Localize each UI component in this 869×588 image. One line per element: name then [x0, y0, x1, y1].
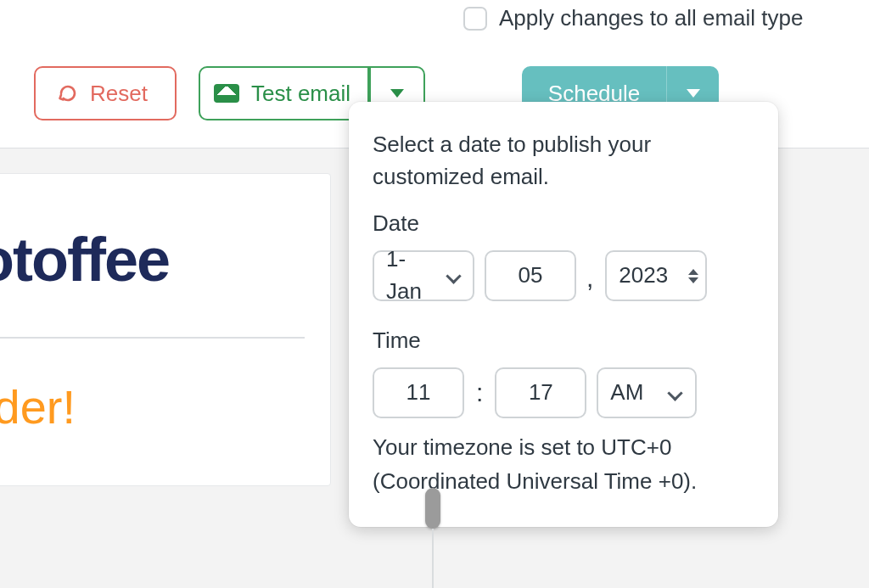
timezone-line-1: Your timezone is set to UTC+0: [373, 434, 671, 460]
headline-fragment: rder!: [0, 379, 305, 434]
arrow-up-icon: [688, 269, 698, 275]
schedule-popover: Select a date to publish your customized…: [349, 102, 778, 527]
app-stage: Apply changes to all email type Reset Te…: [0, 0, 869, 588]
undo-icon: [56, 82, 78, 104]
brand-logo-fragment: otoffee: [0, 199, 305, 303]
year-value: 2023: [619, 260, 668, 292]
popover-description: Select a date to publish your customized…: [373, 129, 754, 193]
comma-separator: ,: [586, 260, 595, 302]
hour-input[interactable]: 11: [373, 367, 464, 418]
timezone-line-2: (Coordinated Universal Time +0).: [373, 468, 697, 494]
minute-input[interactable]: 17: [495, 367, 586, 418]
time-label: Time: [373, 325, 754, 357]
minute-value: 17: [529, 377, 553, 409]
test-email-label: Test email: [251, 81, 350, 107]
divider: [0, 337, 305, 339]
chevron-down-icon: [446, 268, 461, 283]
apply-all-row: Apply changes to all email type: [463, 5, 803, 31]
time-row: 11 : 17 AM: [373, 367, 754, 418]
meridiem-select[interactable]: AM: [597, 367, 697, 418]
reset-label: Reset: [90, 81, 148, 107]
date-label: Date: [373, 208, 754, 240]
pane-resize-handle[interactable]: [425, 488, 440, 529]
email-preview-card: otoffee rder!: [0, 173, 331, 486]
chevron-down-icon: [668, 385, 683, 400]
chevron-down-icon: [687, 89, 700, 98]
colon-separator: :: [474, 374, 485, 412]
reset-button[interactable]: Reset: [34, 66, 177, 120]
apply-all-checkbox[interactable]: [463, 7, 487, 31]
meridiem-value: AM: [610, 377, 643, 409]
day-value: 05: [519, 260, 543, 292]
hour-value: 11: [406, 377, 431, 409]
month-select[interactable]: 1-Jan: [373, 250, 474, 301]
envelope-icon: [214, 84, 239, 103]
apply-all-label: Apply changes to all email type: [499, 5, 803, 31]
day-input[interactable]: 05: [485, 250, 576, 301]
test-email-button[interactable]: Test email: [199, 66, 369, 120]
arrow-down-icon: [688, 277, 698, 283]
chevron-down-icon: [390, 89, 404, 98]
year-stepper[interactable]: [688, 269, 698, 283]
month-value: 1-Jan: [386, 244, 438, 307]
date-row: 1-Jan 05 , 2023: [373, 250, 754, 301]
year-input[interactable]: 2023: [605, 250, 707, 301]
